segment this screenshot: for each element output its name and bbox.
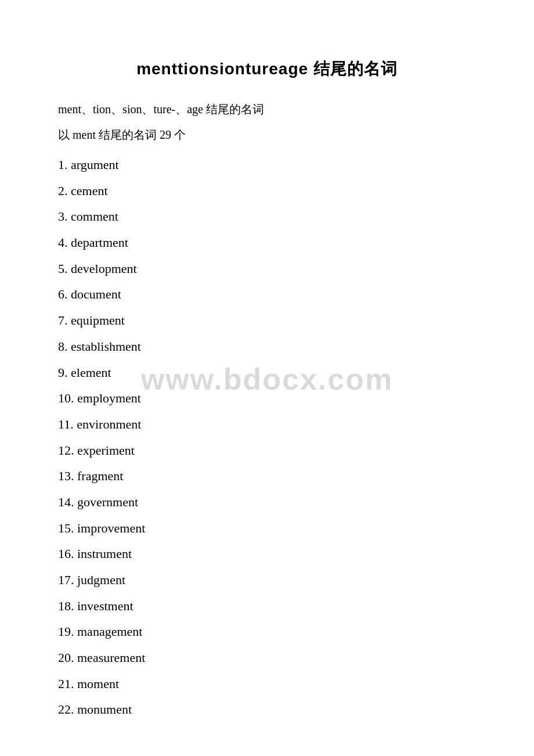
list-item: 9. element	[58, 360, 476, 386]
list-item: 5. development	[58, 256, 476, 282]
list-item: 18. investment	[58, 593, 476, 620]
word-list: 1. argument2. cement3. comment4. departm…	[58, 152, 476, 723]
list-item: 19. management	[58, 619, 476, 645]
list-item: 10. employment	[58, 386, 476, 412]
list-item: 15. improvement	[58, 516, 476, 542]
list-item: 20. measurement	[58, 645, 476, 671]
page-title: menttionsiontureage 结尾的名词	[58, 58, 476, 80]
list-item: 14. government	[58, 489, 476, 516]
list-item: 13. fragment	[58, 463, 476, 489]
list-item: 16. instrument	[58, 541, 476, 567]
list-item: 11. environment	[58, 412, 476, 438]
list-item: 17. judgment	[58, 567, 476, 593]
list-item: 8. establishment	[58, 334, 476, 360]
list-item: 2. cement	[58, 178, 476, 204]
list-item: 12. experiment	[58, 438, 476, 464]
list-item: 22. monument	[58, 697, 476, 723]
list-item: 7. equipment	[58, 308, 476, 334]
list-item: 1. argument	[58, 152, 476, 178]
list-item: 6. document	[58, 282, 476, 308]
section-header: 以 ment 结尾的名词 29 个	[58, 124, 476, 145]
list-item: 3. comment	[58, 204, 476, 230]
list-item: 21. moment	[58, 671, 476, 697]
subtitle: ment、tion、sion、ture-、age 结尾的名词	[58, 99, 476, 120]
list-item: 4. department	[58, 230, 476, 256]
